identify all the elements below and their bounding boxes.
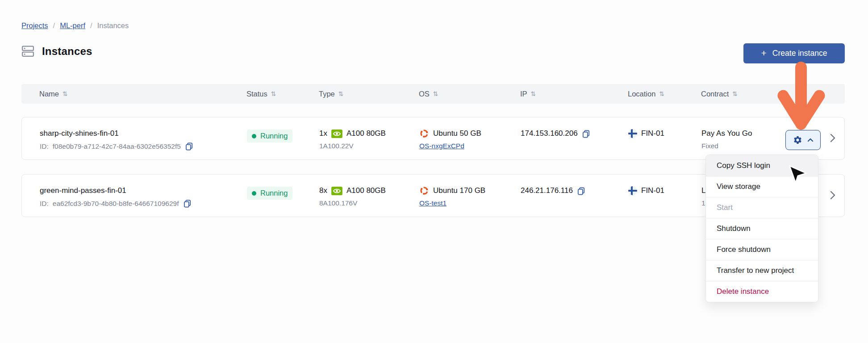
breadcrumb-ml-perf[interactable]: ML-perf [60,21,85,30]
ubuntu-icon [419,186,429,196]
status-dot-icon [252,191,256,196]
instance-id-label: ID: [40,142,49,151]
breadcrumb-instances: Instances [97,21,129,30]
breadcrumb-projects[interactable]: Projects [21,21,48,30]
row-expand-chevron-icon[interactable] [830,191,835,200]
copy-id-icon[interactable] [185,142,193,151]
breadcrumb-separator: / [53,21,55,30]
instance-name-cell: green-mind-passes-fin-01 ID: ea62fcd3-9b… [40,186,192,208]
status-badge: Running [247,130,292,142]
copy-id-icon[interactable] [183,199,192,208]
column-header-location: Location⇅ [628,84,664,104]
breadcrumb-separator: / [90,21,92,30]
instance-name-cell: sharp-city-shines-fin-01 ID: f08e0b79-a7… [40,129,193,151]
finland-flag-icon [628,129,637,138]
sort-icon[interactable]: ⇅ [531,90,536,97]
os-cell: Ubuntu 170 GB OS-test1 [419,186,485,207]
type-cell: 8x A100 80GB 8A100.176V [319,186,386,207]
table-row[interactable]: sharp-city-shines-fin-01 ID: f08e0b79-a7… [21,117,845,160]
status-cell: Running [247,186,292,200]
column-header-contract: Contract⇅ [701,84,738,104]
instances-icon [21,45,34,58]
location-cell: FIN-01 [628,129,664,138]
status-badge: Running [247,187,292,200]
instance-name: green-mind-passes-fin-01 [40,186,126,195]
nvidia-icon [331,187,342,195]
sort-icon[interactable]: ⇅ [271,90,276,97]
instance-id-label: ID: [40,200,49,208]
type-variant: 1A100.22V [319,142,354,150]
type-cell: 1x A100 80GB 1A100.22V [319,129,386,150]
page-title: Instances [42,45,92,58]
sort-icon[interactable]: ⇅ [433,90,438,97]
table-header: Name⇅ Status⇅ Type⇅ OS⇅ IP⇅ Location⇅ Co… [21,84,845,104]
instance-name: sharp-city-shines-fin-01 [40,129,119,138]
sort-icon[interactable]: ⇅ [732,90,738,97]
instance-id: ea62fcd3-9b70-4b80-b8fe-64667109629f [53,200,179,208]
breadcrumb: Projects / ML-perf / Instances [21,21,129,30]
menu-item-force-shutdown[interactable]: Force shutdown [706,239,818,260]
contract-cell: Pay As You Go Fixed [701,129,752,150]
column-header-os: OS⇅ [419,84,438,104]
menu-item-view-storage[interactable]: View storage [706,176,818,197]
status-cell: Running [247,129,292,142]
sort-icon[interactable]: ⇅ [338,90,344,97]
location-cell: FIN-01 [628,186,664,196]
column-header-type: Type⇅ [319,84,344,104]
instance-actions-menu: Copy SSH login View storage Start Shutdo… [705,155,818,302]
chevron-up-icon [807,138,814,142]
os-cell: Ubuntu 50 GB OS-nxgExCPd [419,129,481,150]
instance-id: f08e0b79-a712-42c7-84aa-6302e56352f5 [53,142,181,151]
gear-icon [793,135,802,145]
copy-ip-icon[interactable] [577,187,585,195]
menu-item-transfer-to-new-project[interactable]: Transfer to new project [706,260,818,281]
plus-icon: + [761,48,767,59]
status-dot-icon [252,134,256,138]
column-header-ip: IP⇅ [520,84,536,104]
nvidia-icon [331,130,342,138]
create-instance-button[interactable]: + Create instance [743,43,845,63]
type-variant: 8A100.176V [319,199,357,207]
sort-icon[interactable]: ⇅ [63,90,68,97]
menu-item-delete-instance[interactable]: Delete instance [706,281,818,302]
menu-item-start: Start [706,197,818,218]
row-expand-chevron-icon[interactable] [830,134,835,142]
ip-cell: 246.21.176.116 [521,186,585,196]
instance-actions-button[interactable] [785,130,821,150]
column-header-status: Status⇅ [246,84,276,104]
finland-flag-icon [628,186,637,195]
column-header-name: Name⇅ [39,84,68,104]
os-volume-link[interactable]: OS-test1 [419,199,447,207]
sort-icon[interactable]: ⇅ [659,90,664,97]
os-volume-link[interactable]: OS-nxgExCPd [419,142,464,150]
page-header: Instances [21,45,92,58]
ubuntu-icon [419,129,429,138]
menu-item-copy-ssh-login[interactable]: Copy SSH login [706,155,818,176]
copy-ip-icon[interactable] [582,130,590,138]
menu-item-shutdown[interactable]: Shutdown [706,218,818,239]
ip-cell: 174.153.160.206 [521,129,590,138]
